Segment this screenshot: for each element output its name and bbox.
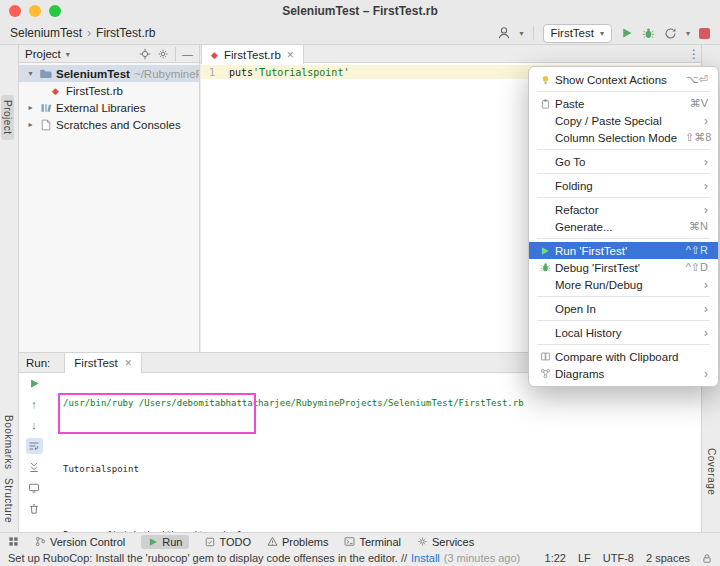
tab-problems[interactable]: Problems — [267, 536, 328, 548]
run-button[interactable] — [621, 27, 633, 39]
console-line-command: /usr/bin/ruby /Users/debomitabhattacharj… — [63, 398, 697, 409]
console-line-blank — [63, 497, 697, 508]
indent-setting[interactable]: 2 spaces — [646, 552, 690, 564]
expand-arrow-icon[interactable]: ▸ — [24, 103, 37, 112]
scroll-to-end-button[interactable] — [26, 459, 43, 475]
libraries-icon — [37, 102, 54, 114]
submenu-arrow-icon: › — [704, 327, 708, 339]
show-console-button[interactable] — [26, 480, 43, 496]
run-with-coverage-icon[interactable] — [664, 27, 677, 40]
breadcrumb-file[interactable]: FirstTest.rb — [96, 26, 155, 40]
lock-icon[interactable] — [702, 553, 712, 564]
menu-item-debug-firsttest[interactable]: Debug 'FirstTest' ^⇧D — [529, 259, 718, 276]
tab-run[interactable]: Run — [141, 535, 189, 549]
tab-label: Services — [432, 536, 474, 548]
tree-item-label: External Libraries — [56, 102, 145, 114]
stripe-item-bookmarks[interactable]: Bookmarks — [3, 415, 14, 470]
submenu-arrow-icon: › — [704, 115, 708, 127]
tab-todo[interactable]: TODO — [205, 536, 251, 548]
menu-shortcut: ⌥⏎ — [686, 73, 708, 86]
menu-item-more-run-debug[interactable]: More Run/Debug › — [529, 276, 718, 293]
project-view-caret-icon[interactable]: ▾ — [66, 50, 70, 59]
status-bar: Set up RuboCop: Install the 'rubocop' ge… — [0, 550, 720, 566]
run-config-name: FirstTest — [551, 27, 594, 39]
menu-item-label: Copy / Paste Special — [555, 115, 696, 127]
menu-item-run-firsttest[interactable]: Run 'FirstTest' ^⇧R — [529, 242, 718, 259]
prev-occurrence-button[interactable]: ↑ — [26, 396, 43, 412]
caret-position[interactable]: 1:22 — [545, 552, 566, 564]
diagram-icon — [535, 368, 555, 379]
navigation-bar: SeleniumTest › FirstTest.rb ▾ FirstTest … — [0, 22, 720, 45]
tree-item-external-libraries[interactable]: ▸ External Libraries — [19, 99, 199, 116]
tree-item-scratches[interactable]: ▸ Scratches and Consoles — [19, 116, 199, 133]
tab-version-control[interactable]: Version Control — [35, 536, 125, 548]
install-link[interactable]: Install — [411, 552, 440, 564]
debug-button[interactable] — [642, 27, 655, 40]
next-occurrence-button[interactable]: ↓ — [26, 417, 43, 433]
zoom-window-button[interactable] — [49, 5, 61, 17]
submenu-arrow-icon: › — [704, 368, 708, 380]
status-right-group: 1:22 LF UTF-8 2 spaces — [545, 552, 712, 564]
stripe-item-project[interactable]: Project — [1, 95, 14, 140]
breadcrumb-project[interactable]: SeleniumTest — [10, 26, 82, 40]
rerun-button[interactable] — [26, 375, 43, 391]
stripe-item-structure[interactable]: Structure — [3, 478, 14, 523]
soft-wrap-toggle[interactable] — [26, 438, 43, 454]
stop-button[interactable] — [699, 28, 710, 39]
hide-panel-icon[interactable]: — — [182, 48, 193, 60]
tool-window-bar: Version Control Run TODO Problems Termin… — [0, 532, 720, 550]
menu-item-copy-paste-special[interactable]: Copy / Paste Special › — [529, 112, 718, 129]
menu-item-local-history[interactable]: Local History › — [529, 324, 718, 341]
tab-services[interactable]: Services — [417, 536, 474, 548]
menu-item-compare-with-clipboard[interactable]: Compare with Clipboard — [529, 348, 718, 365]
menu-item-paste[interactable]: Paste ⌘V — [529, 95, 718, 112]
menu-item-column-selection-mode[interactable]: Column Selection Mode ⇧⌘8 — [529, 129, 718, 146]
project-panel-title[interactable]: Project — [25, 48, 61, 60]
console-toolbar: ↑ ↓ — [19, 375, 49, 517]
menu-shortcut: ^⇧D — [686, 261, 708, 274]
menu-item-open-in[interactable]: Open In › — [529, 300, 718, 317]
tree-item-label: SeleniumTest — [56, 68, 130, 80]
menu-separator — [537, 320, 710, 321]
menu-item-folding[interactable]: Folding › — [529, 177, 718, 194]
menu-item-refactor[interactable]: Refactor › — [529, 201, 718, 218]
close-window-button[interactable] — [9, 5, 21, 17]
gear-icon[interactable] — [157, 48, 169, 60]
submenu-arrow-icon: › — [704, 204, 708, 216]
menu-item-label: Run 'FirstTest' — [555, 245, 678, 257]
title-bar[interactable]: SeleniumTest – FirstTest.rb — [0, 0, 720, 22]
locate-file-icon[interactable] — [139, 48, 151, 60]
run-console[interactable]: ↑ ↓ /usr/bin/ruby /Users/debomitabhattac… — [19, 373, 701, 532]
tree-item-firsttest-rb[interactable]: ◆ FirstTest.rb — [19, 82, 199, 99]
expand-arrow-icon[interactable]: ▾ — [24, 69, 37, 78]
folder-icon — [37, 67, 54, 80]
clear-all-button[interactable] — [26, 501, 43, 517]
line-separator[interactable]: LF — [578, 552, 591, 564]
editor-tab-firsttest[interactable]: ◆ FirstTest.rb × — [201, 45, 304, 64]
todo-icon — [205, 537, 215, 547]
stripe-item-coverage[interactable]: Coverage — [706, 448, 717, 495]
menu-item-go-to[interactable]: Go To › — [529, 153, 718, 170]
run-config-selector[interactable]: FirstTest ▾ — [543, 24, 612, 43]
close-tab-icon[interactable]: × — [125, 357, 132, 369]
more-options-icon[interactable]: ⋮ — [688, 47, 700, 61]
minimize-window-button[interactable] — [29, 5, 41, 17]
menu-item-label: Generate... — [555, 221, 681, 233]
menu-item-generate[interactable]: Generate... ⌘N — [529, 218, 718, 235]
expand-arrow-icon[interactable]: ▸ — [24, 120, 37, 129]
close-tab-icon[interactable]: × — [287, 49, 294, 61]
tool-window-switcher-icon[interactable] — [8, 536, 19, 547]
tree-item-seleniumtest[interactable]: ▾ SeleniumTest ~/RubymineProj — [19, 65, 199, 82]
menu-item-diagrams[interactable]: Diagrams › — [529, 365, 718, 382]
user-menu-caret-icon[interactable]: ▾ — [520, 29, 524, 38]
run-tab-label: FirstTest — [74, 357, 117, 369]
menu-item-show-context-actions[interactable]: Show Context Actions ⌥⏎ — [529, 71, 718, 88]
file-encoding[interactable]: UTF-8 — [603, 552, 634, 564]
line-number: 1 — [201, 67, 215, 78]
scratches-icon — [37, 119, 54, 131]
more-run-options-icon[interactable]: ▾ — [686, 29, 690, 38]
tab-terminal[interactable]: Terminal — [344, 536, 401, 548]
user-account-icon[interactable] — [497, 26, 511, 40]
run-tab-firsttest[interactable]: FirstTest × — [64, 353, 141, 373]
terminal-icon — [344, 536, 355, 547]
